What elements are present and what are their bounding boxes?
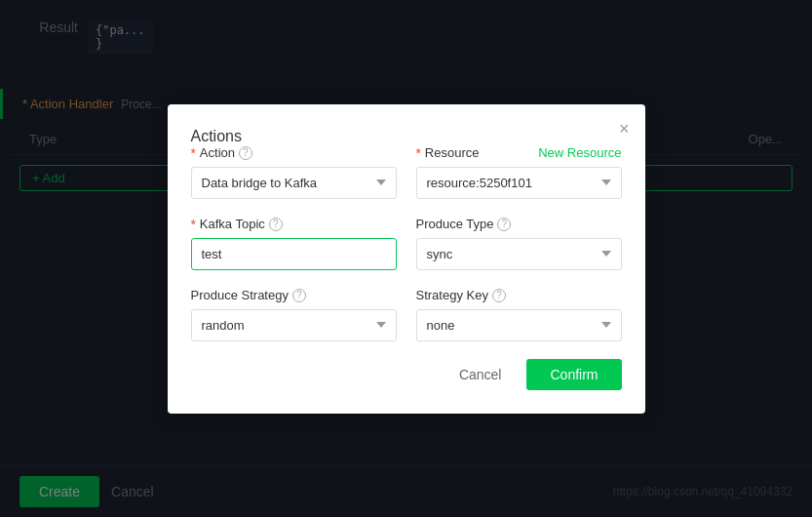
action-label: Action	[200, 145, 235, 160]
kafka-topic-required-star: *	[191, 217, 196, 232]
kafka-topic-group: * Kafka Topic ?	[191, 217, 397, 270]
resource-required-star: *	[416, 145, 421, 161]
modal-footer: Cancel Confirm	[191, 359, 622, 390]
action-required-star: *	[191, 145, 196, 161]
actions-modal: Actions × * Action ? Data bridge to Kafk…	[168, 104, 645, 414]
produce-strategy-select[interactable]: random key_dispatch	[191, 309, 397, 341]
modal-close-button[interactable]: ×	[619, 120, 630, 138]
action-label-row: * Action ?	[191, 145, 397, 161]
action-help-icon: ?	[239, 146, 252, 160]
resource-label: Resource	[425, 145, 480, 160]
strategy-key-label: Strategy Key	[416, 288, 488, 302]
resource-select[interactable]: resource:5250f101	[416, 167, 622, 199]
strategy-key-label-row: Strategy Key ?	[416, 288, 622, 303]
new-resource-link[interactable]: New Resource	[538, 145, 621, 160]
strategy-key-select[interactable]: none	[416, 309, 622, 341]
produce-strategy-group: Produce Strategy ? random key_dispatch	[191, 288, 397, 341]
strategy-key-group: Strategy Key ? none	[416, 288, 622, 341]
produce-type-select[interactable]: sync async	[416, 238, 622, 270]
produce-strategy-help-icon: ?	[292, 289, 306, 302]
modal-overlay: Actions × * Action ? Data bridge to Kafk…	[0, 0, 812, 517]
produce-strategy-label-row: Produce Strategy ?	[191, 288, 397, 303]
kafka-topic-label-row: * Kafka Topic ?	[191, 217, 397, 232]
kafka-topic-input[interactable]	[191, 238, 397, 270]
produce-type-help-icon: ?	[497, 218, 511, 231]
modal-cancel-button[interactable]: Cancel	[444, 359, 518, 390]
produce-type-label-row: Produce Type ?	[416, 217, 622, 232]
produce-strategy-label: Produce Strategy	[191, 288, 289, 302]
strategy-key-help-icon: ?	[492, 289, 506, 302]
produce-type-label: Produce Type	[416, 217, 494, 231]
resource-group: * Resource New Resource resource:5250f10…	[416, 145, 622, 199]
form-row-1: * Action ? Data bridge to Kafka * Resour…	[191, 145, 622, 199]
modal-confirm-button[interactable]: Confirm	[526, 359, 621, 390]
action-select[interactable]: Data bridge to Kafka	[191, 167, 397, 199]
form-row-3: Produce Strategy ? random key_dispatch S…	[191, 288, 622, 341]
kafka-topic-help-icon: ?	[269, 218, 283, 231]
action-group: * Action ? Data bridge to Kafka	[191, 145, 397, 199]
resource-label-row: * Resource New Resource	[416, 145, 622, 161]
produce-type-group: Produce Type ? sync async	[416, 217, 622, 270]
kafka-topic-label: Kafka Topic	[200, 217, 265, 231]
modal-title: Actions	[191, 128, 242, 144]
form-row-2: * Kafka Topic ? Produce Type ? sync asyn…	[191, 217, 622, 270]
